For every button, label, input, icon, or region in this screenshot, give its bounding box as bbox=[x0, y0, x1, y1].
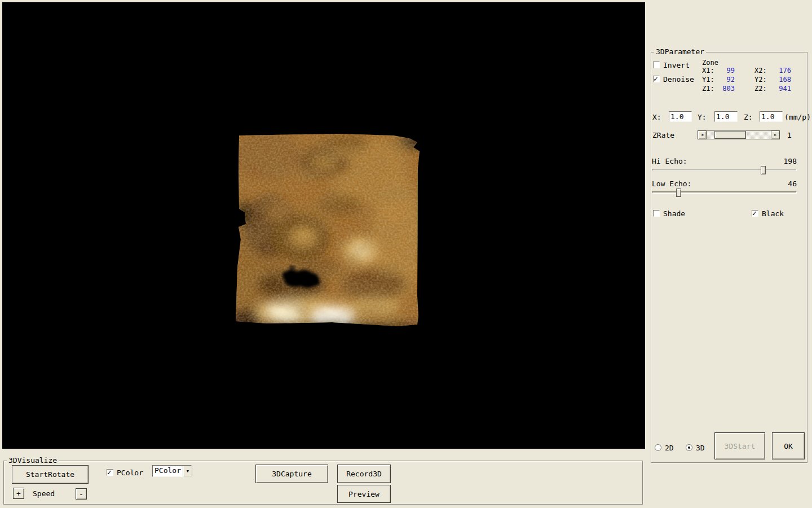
zrate-scroll-track[interactable] bbox=[707, 130, 771, 139]
parameter-group-title: 3DParameter bbox=[654, 47, 706, 56]
visualize-groupbox: 3DVisualize StartRotate PColor PColor ▼ … bbox=[3, 461, 643, 505]
zrate-scroll-left-button[interactable]: ◄ bbox=[698, 130, 707, 139]
start-3d-button[interactable]: 3DStart bbox=[714, 432, 765, 459]
parameter-groupbox: 3DParameter Invert Denoise Zone X1: 99 X… bbox=[651, 52, 807, 463]
mode-2d-radio-circle bbox=[655, 444, 661, 451]
black-label: Black bbox=[762, 209, 784, 218]
shade-checkbox[interactable]: Shade bbox=[653, 209, 685, 217]
zone-x1-label: X1: bbox=[702, 67, 714, 75]
hi-echo-slider[interactable] bbox=[652, 169, 797, 171]
pcolor-combobox-dropdown-button[interactable]: ▼ bbox=[183, 466, 192, 476]
mode-2d-radio[interactable]: 2D bbox=[655, 444, 674, 452]
pcolor-combobox[interactable]: PColor ▼ bbox=[152, 465, 192, 477]
pcolor-checkbox-box bbox=[107, 469, 113, 476]
z-scale-input[interactable] bbox=[760, 111, 783, 122]
zone-x1-value: 99 bbox=[718, 67, 735, 75]
zone-y2-label: Y2: bbox=[754, 76, 767, 84]
zone-title: Zone bbox=[702, 59, 718, 67]
zone-x2-label: X2: bbox=[754, 67, 767, 75]
mode-3d-radio[interactable]: 3D bbox=[686, 444, 705, 452]
y-scale-input[interactable] bbox=[714, 111, 738, 122]
capture-3d-button[interactable]: 3DCapture bbox=[255, 465, 328, 483]
mode-3d-label: 3D bbox=[696, 444, 705, 452]
speed-plus-button[interactable]: + bbox=[13, 488, 24, 499]
black-checkbox-box bbox=[752, 210, 758, 217]
denoise-checkbox[interactable]: Denoise bbox=[653, 75, 694, 83]
zone-y1-label: Y1: bbox=[702, 76, 714, 84]
ok-button[interactable]: OK bbox=[772, 432, 805, 459]
preview-button[interactable]: Preview bbox=[337, 485, 391, 503]
zrate-scroll-thumb[interactable] bbox=[714, 131, 746, 139]
parameter-panel: 3DParameter Invert Denoise Zone X1: 99 X… bbox=[645, 0, 812, 508]
zrate-scrollbar[interactable]: ◄ ► bbox=[698, 130, 780, 139]
ultrasound-render-image bbox=[2, 2, 645, 449]
denoise-label: Denoise bbox=[663, 75, 694, 84]
x-scale-label: X: bbox=[652, 113, 661, 121]
visualize-group-title: 3DVisualize bbox=[7, 456, 59, 465]
zone-x2-value: 176 bbox=[771, 67, 791, 75]
z-scale-label: Z: bbox=[744, 113, 753, 121]
x-scale-input[interactable] bbox=[669, 111, 692, 122]
start-rotate-button[interactable]: StartRotate bbox=[12, 465, 89, 484]
app-window: 3DParameter Invert Denoise Zone X1: 99 X… bbox=[0, 0, 812, 508]
pcolor-combobox-value: PColor bbox=[153, 466, 183, 476]
low-echo-value: 46 bbox=[763, 179, 797, 188]
hi-echo-value: 198 bbox=[763, 157, 797, 165]
zrate-value: 1 bbox=[787, 131, 792, 139]
speed-label: Speed bbox=[33, 489, 55, 498]
mode-3d-radio-circle bbox=[686, 444, 692, 451]
record-3d-button[interactable]: Record3D bbox=[337, 465, 391, 483]
invert-checkbox[interactable]: Invert bbox=[653, 61, 690, 69]
pcolor-checkbox[interactable]: PColor bbox=[107, 468, 143, 476]
hi-echo-slider-thumb[interactable] bbox=[761, 166, 766, 174]
right-arrow-icon: ► bbox=[774, 133, 776, 137]
denoise-checkbox-box bbox=[653, 76, 660, 82]
y-scale-label: Y: bbox=[698, 113, 707, 121]
low-echo-slider-thumb[interactable] bbox=[676, 189, 681, 197]
low-echo-slider[interactable] bbox=[652, 191, 797, 194]
zone-z2-value: 941 bbox=[771, 85, 791, 93]
black-checkbox[interactable]: Black bbox=[752, 209, 784, 217]
shade-label: Shade bbox=[663, 209, 685, 218]
hi-echo-label: Hi Echo: bbox=[652, 157, 687, 165]
low-echo-label: Low Echo: bbox=[652, 179, 691, 188]
chevron-down-icon: ▼ bbox=[187, 469, 189, 474]
zone-y1-value: 92 bbox=[718, 76, 735, 84]
shade-checkbox-box bbox=[653, 210, 660, 217]
zone-z1-value: 803 bbox=[718, 85, 735, 93]
zrate-label: ZRate bbox=[652, 131, 674, 139]
mode-2d-label: 2D bbox=[665, 444, 674, 452]
pcolor-checkbox-label: PColor bbox=[117, 468, 143, 477]
invert-checkbox-box bbox=[653, 62, 660, 68]
left-arrow-icon: ◄ bbox=[701, 133, 703, 137]
invert-label: Invert bbox=[663, 61, 690, 69]
visualize-panel: 3DVisualize StartRotate PColor PColor ▼ … bbox=[0, 449, 645, 508]
scale-unit-label: (mm/p) bbox=[784, 113, 811, 121]
speed-minus-button[interactable]: - bbox=[76, 488, 87, 500]
zone-z1-label: Z1: bbox=[702, 85, 714, 93]
zrate-scroll-right-button[interactable]: ► bbox=[771, 130, 780, 139]
zone-y2-value: 168 bbox=[771, 76, 791, 84]
render-viewport[interactable] bbox=[2, 2, 645, 449]
zone-z2-label: Z2: bbox=[754, 85, 767, 93]
